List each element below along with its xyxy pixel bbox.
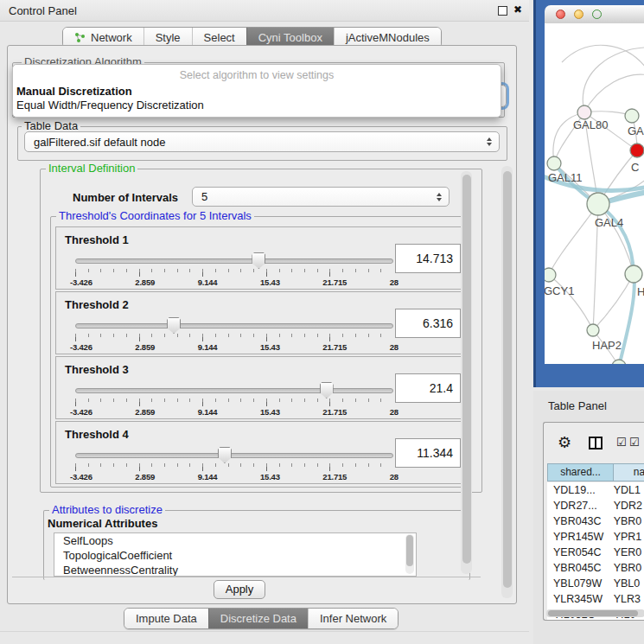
scale-label: 15.43	[260, 277, 280, 287]
tab-impute-data[interactable]: Impute Data	[124, 609, 208, 628]
slider-scale: -3.4262.8599.14415.4321.71528	[70, 342, 399, 352]
scale-label: 21.715	[322, 342, 347, 352]
table-data-select[interactable]: galFiltered.sif default node	[24, 131, 500, 152]
slider-thumb[interactable]	[167, 317, 181, 334]
checkbox-icon[interactable]: ☑	[616, 436, 628, 449]
threshold-4-slider[interactable]: -3.4262.8599.14415.4321.71528	[75, 450, 393, 482]
network-node[interactable]	[577, 105, 591, 119]
tab-infer-network[interactable]: Infer Network	[308, 609, 398, 628]
cell-shared-name: YPR145W	[547, 529, 609, 545]
network-node[interactable]	[625, 109, 639, 123]
table-panel-body: ⚙ ☑ ☑ shared... na YDL19... YDL1 YDR27..…	[543, 422, 644, 621]
outer-vertical-scrollbar[interactable]	[501, 166, 513, 598]
network-canvas[interactable]: GAL80GACGAL11GAL4GCY1HHAP2	[545, 23, 644, 364]
threshold-2-slider[interactable]: -3.4262.8599.14415.4321.71528	[75, 320, 393, 353]
slider-ticks	[75, 334, 393, 341]
table-horizontal-scrollbar[interactable]	[546, 609, 644, 617]
apply-button[interactable]: Apply	[214, 580, 265, 599]
slider-thumb[interactable]	[320, 382, 334, 399]
checkbox-icon[interactable]: ☑	[629, 436, 641, 449]
table-row[interactable]: YLR345W YLR3	[547, 591, 644, 607]
split-columns-icon[interactable]	[589, 437, 603, 450]
float-window-icon[interactable]	[498, 6, 507, 16]
numerical-attributes-list: SelfLoopsTopologicalCoefficientBetweenne…	[54, 532, 417, 577]
threshold-3-slider[interactable]: -3.4262.8599.14415.4321.71528	[75, 385, 393, 418]
network-node-label: GCY1	[545, 284, 574, 297]
threshold-1-value-field[interactable]: 14.713	[395, 244, 461, 273]
network-node[interactable]	[630, 143, 644, 157]
zoom-traffic-light-icon[interactable]	[592, 10, 602, 19]
network-window-titlebar[interactable]	[545, 5, 644, 24]
tab-discretize-data[interactable]: Discretize Data	[208, 609, 308, 628]
dropdown-option-equal-width-frequency[interactable]: Equal Width/Frequency Discretization	[16, 99, 204, 112]
scale-label: 15.43	[260, 342, 280, 352]
gear-icon[interactable]: ⚙	[558, 433, 571, 451]
network-node[interactable]	[587, 324, 599, 336]
table-row[interactable]: YDR27... YDR2	[547, 498, 644, 513]
threshold-3-panel: Threshold 3 -3.4262.8599.14415.4321.7152…	[55, 356, 465, 419]
column-header-name[interactable]: na	[614, 463, 644, 481]
table-row[interactable]: YBR043C YBR0	[547, 513, 644, 529]
inner-vertical-scrollbar[interactable]	[461, 171, 472, 574]
control-panel-titlebar: Control Panel ✖	[0, 0, 529, 22]
attribute-list-item[interactable]: TopologicalCoefficient	[54, 548, 416, 563]
table-row[interactable]: YBL079W YBL0	[547, 576, 644, 591]
dropdown-placeholder: Select algorithm to view settings	[13, 69, 501, 81]
slider-track[interactable]	[75, 388, 393, 393]
slider-thumb[interactable]	[218, 447, 232, 463]
scale-label: 2.859	[135, 407, 155, 417]
scale-label: 9.144	[198, 472, 218, 481]
threshold-4-value-field[interactable]: 11.344	[395, 438, 461, 468]
cell-shared-name: YBL079W	[547, 576, 609, 591]
attributes-list-scrollbar[interactable]	[405, 534, 414, 574]
attribute-list-item[interactable]: BetweennessCentrality	[54, 563, 416, 577]
network-node-label: GAL4	[595, 216, 623, 229]
network-node[interactable]	[545, 268, 556, 282]
column-header-shared-name[interactable]: shared...	[547, 463, 614, 481]
bottom-tab-bar: Impute Data Discretize Data Infer Networ…	[124, 608, 399, 629]
cell-name: YBR0	[609, 513, 644, 529]
table-header-row: shared... na	[547, 463, 644, 481]
attribute-list-item[interactable]: SelfLoops	[54, 533, 416, 548]
network-node-label: HAP2	[592, 339, 622, 352]
slider-ticks	[75, 399, 393, 406]
scale-label: 21.715	[322, 472, 347, 481]
network-node[interactable]	[625, 265, 642, 283]
network-node-label: GAL11	[548, 171, 583, 184]
combo-stepper-icon	[437, 193, 442, 201]
number-of-intervals-select[interactable]: 5	[192, 187, 450, 207]
network-node[interactable]	[612, 360, 626, 364]
cell-name: YDR2	[609, 498, 644, 513]
network-node[interactable]	[587, 193, 609, 215]
table-row[interactable]: YER054C YER0	[547, 545, 644, 560]
threshold-3-value-field[interactable]: 21.4	[395, 373, 461, 403]
close-traffic-light-icon[interactable]	[556, 10, 565, 19]
minimize-traffic-light-icon[interactable]	[574, 10, 583, 19]
slider-track[interactable]	[75, 258, 393, 264]
close-icon[interactable]: ✖	[513, 3, 522, 16]
slider-track[interactable]	[75, 453, 393, 458]
table-row[interactable]: YPR145W YPR1	[547, 529, 644, 545]
tab-label: Select	[204, 31, 235, 44]
threshold-2-value-field[interactable]: 6.316	[395, 309, 461, 338]
threshold-1-slider[interactable]: -3.4262.8599.14415.4321.71528	[75, 255, 393, 288]
threshold-2-panel: Threshold 2 -3.4262.8599.14415.4321.7152…	[55, 291, 465, 354]
table-row[interactable]: YDL19... YDL1	[547, 482, 644, 498]
network-node-label: C	[631, 161, 639, 174]
dropdown-option-manual-discretization[interactable]: Manual Discretization	[16, 85, 132, 98]
panel-title: Control Panel	[9, 4, 77, 17]
cell-name: YER0	[609, 545, 644, 560]
network-icon	[74, 32, 86, 43]
cell-shared-name: YLR345W	[547, 591, 609, 607]
tab-label: jActiveMNodules	[346, 31, 430, 44]
table-row[interactable]: YBR045C YBR0	[547, 560, 644, 576]
threshold-label: Threshold 1	[65, 233, 129, 246]
scale-label: 9.144	[198, 342, 218, 352]
scale-label: 28	[390, 277, 399, 287]
slider-thumb[interactable]	[252, 252, 265, 269]
scale-label: 28	[390, 342, 399, 352]
network-node-label: GAL80	[573, 118, 608, 131]
threshold-1-panel: Threshold 1 -3.4262.8599.14415.4321.7152…	[55, 226, 465, 290]
network-node[interactable]	[547, 156, 561, 170]
slider-track[interactable]	[75, 323, 393, 328]
